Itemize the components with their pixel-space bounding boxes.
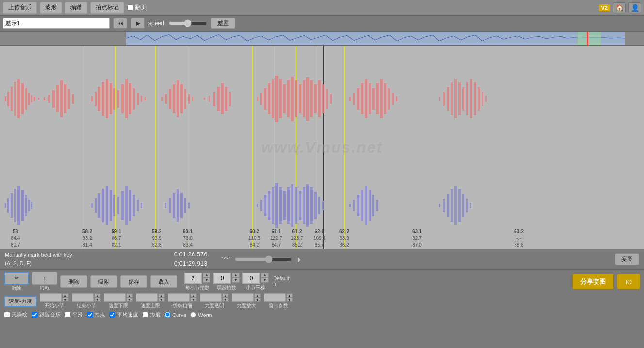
window-param-up[interactable]: ▲ xyxy=(286,293,293,298)
beat-info-59-1: 59-1 86.7 82.1 xyxy=(112,228,121,249)
beats-per-bar-down[interactable]: ▼ xyxy=(203,278,210,283)
svg-rect-99 xyxy=(11,193,13,218)
sub-beats-input[interactable] xyxy=(242,273,260,284)
svg-rect-100 xyxy=(14,189,16,222)
worm-radio-label[interactable]: Worm xyxy=(190,312,212,318)
io-btn[interactable]: IO xyxy=(617,274,640,289)
load-btn[interactable]: 载入 xyxy=(150,275,177,288)
track-name-input[interactable] xyxy=(3,18,110,29)
play-btn[interactable]: ▶ xyxy=(131,18,145,29)
svg-rect-87 xyxy=(451,82,453,115)
volume-slider[interactable] xyxy=(234,255,292,263)
waveform-btn[interactable]: 波形 xyxy=(40,2,62,14)
start-bar-up[interactable]: ▲ xyxy=(62,293,69,298)
flip-checkbox[interactable]: 翻页 xyxy=(127,3,146,12)
window-param-down[interactable]: ▼ xyxy=(286,298,293,302)
no-noise-checkbox[interactable] xyxy=(4,312,10,318)
start-bar-down[interactable]: ▼ xyxy=(62,298,69,302)
absorb-btn[interactable]: 吸附 xyxy=(90,275,117,288)
svg-rect-159 xyxy=(462,194,464,217)
beat-mark-btn[interactable]: 拍点标记 xyxy=(90,2,124,14)
svg-rect-84 xyxy=(439,97,440,101)
svg-rect-18 xyxy=(68,89,70,109)
end-bar-down[interactable]: ▼ xyxy=(94,298,101,302)
svg-rect-79 xyxy=(380,79,383,118)
start-beat-input[interactable] xyxy=(213,273,231,284)
avg-speed-checkbox[interactable] xyxy=(109,312,115,318)
move-btn[interactable]: ↕ xyxy=(32,272,57,285)
speed-slider[interactable] xyxy=(168,19,207,27)
beat-checkbox[interactable] xyxy=(87,312,93,318)
svg-rect-85 xyxy=(443,92,445,106)
delete-btn[interactable]: 删除 xyxy=(60,275,87,288)
svg-rect-23 xyxy=(102,82,104,116)
force-mag-input[interactable] xyxy=(232,293,254,302)
curve-radio[interactable] xyxy=(164,312,171,318)
speed-lower-down[interactable]: ▼ xyxy=(126,298,133,302)
force-label[interactable]: 力度 xyxy=(142,311,161,318)
end-bar-up[interactable]: ▲ xyxy=(94,293,101,298)
erase-label: 擦除 xyxy=(12,285,21,292)
force-trans-down[interactable]: ▼ xyxy=(222,298,229,302)
beats-per-bar-up[interactable]: ▲ xyxy=(203,273,210,278)
start-beat-up[interactable]: ▲ xyxy=(232,273,240,278)
svg-rect-76 xyxy=(369,83,371,114)
prev-btn[interactable]: ⏮ xyxy=(113,18,127,29)
svg-rect-135 xyxy=(287,187,290,224)
speed-lower-up[interactable]: ▲ xyxy=(126,293,133,298)
save-btn[interactable]: 保存 xyxy=(120,275,147,288)
speed-upper-up[interactable]: ▲ xyxy=(158,293,165,298)
view-btn[interactable]: 妄图 xyxy=(615,253,639,265)
speed-force-btn[interactable]: 速度-力度 xyxy=(4,296,37,307)
line-thick-input[interactable] xyxy=(168,293,190,302)
force-mag-up[interactable]: ▲ xyxy=(254,293,261,298)
upload-music-btn[interactable]: 上传音乐 xyxy=(3,2,37,14)
flat-label[interactable]: 平滑 xyxy=(64,311,83,318)
bottom-toolbar: ✏ 擦除 ↕ 移动 删除 吸附 保存 载入 ▲ ▼ 每小节拍数 xyxy=(0,269,644,337)
flip-checkbox-input[interactable] xyxy=(127,4,133,11)
no-noise-label[interactable]: 无噪啥 xyxy=(4,311,28,318)
accompaniment-checkbox[interactable] xyxy=(32,312,38,318)
accompaniment-label[interactable]: 跟随音乐 xyxy=(32,311,61,318)
start-bar-input[interactable] xyxy=(40,293,62,302)
flat-checkbox[interactable] xyxy=(64,312,71,318)
speed-upper-group: ▲ ▼ 速度上限 xyxy=(136,293,165,309)
speed-lower-input[interactable] xyxy=(104,293,126,302)
end-bar-input[interactable] xyxy=(72,293,94,302)
start-beat-down[interactable]: ▼ xyxy=(232,278,240,283)
force-mag-down[interactable]: ▼ xyxy=(254,298,261,302)
sub-beats-group: ▲ ▼ 小节平移 xyxy=(242,273,269,291)
frequency-btn[interactable]: 频谱 xyxy=(65,2,87,14)
line-thick-down[interactable]: ▼ xyxy=(190,298,197,302)
svg-rect-4 xyxy=(14,82,16,116)
svg-rect-98 xyxy=(7,198,9,213)
start-beat-wrapper: ▲ ▼ xyxy=(213,273,240,284)
speed-upper-input[interactable] xyxy=(136,293,158,302)
svg-rect-34 xyxy=(145,97,146,100)
force-trans-up[interactable]: ▲ xyxy=(222,293,229,298)
svg-rect-90 xyxy=(462,87,464,111)
svg-rect-138 xyxy=(299,191,301,220)
force-trans-input[interactable] xyxy=(200,293,222,302)
erase-btn[interactable]: ✏ xyxy=(4,272,29,285)
speed-upper-down[interactable]: ▼ xyxy=(158,298,165,302)
beat-label[interactable]: 拍点 xyxy=(87,311,105,318)
curve-radio-label[interactable]: Curve xyxy=(164,312,186,318)
svg-rect-16 xyxy=(60,80,63,117)
window-param-input[interactable] xyxy=(264,293,286,302)
home-icon-btn[interactable]: 🏠 xyxy=(613,2,626,13)
user-icon-btn[interactable]: 👤 xyxy=(628,2,641,13)
confirm-btn[interactable]: 差置 xyxy=(211,18,235,29)
sub-beats-up[interactable]: ▲ xyxy=(261,273,269,278)
beats-per-bar-group: ▲ ▼ 每小节拍数 xyxy=(184,273,210,291)
move-label: 移动 xyxy=(40,285,49,292)
line-thick-up[interactable]: ▲ xyxy=(190,293,197,298)
beats-per-bar-input[interactable] xyxy=(184,273,202,284)
worm-radio[interactable] xyxy=(190,312,196,318)
svg-rect-59 xyxy=(287,80,290,117)
share-btn[interactable]: 分享妄图 xyxy=(572,274,614,289)
avg-speed-label[interactable]: 平均速度 xyxy=(109,311,138,318)
force-checkbox[interactable] xyxy=(142,312,148,318)
svg-rect-129 xyxy=(264,195,266,216)
sub-beats-down[interactable]: ▼ xyxy=(261,278,269,283)
